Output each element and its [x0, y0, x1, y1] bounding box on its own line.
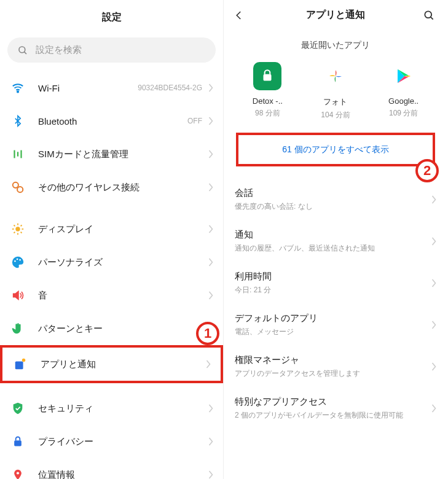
- svg-line-13: [14, 225, 15, 226]
- svg-point-8: [15, 227, 20, 231]
- chevron-right-icon: [431, 279, 436, 287]
- row-personalize[interactable]: パーソナライズ: [0, 246, 223, 279]
- svg-point-19: [19, 259, 21, 261]
- show-all-apps-link[interactable]: 61 個のアプリをすべて表示: [238, 135, 433, 164]
- row-title: デフォルトのアプリ: [235, 313, 436, 324]
- row-title: 通知: [235, 229, 436, 241]
- recent-app-item[interactable]: フォト 104 分前: [305, 62, 366, 120]
- palette-icon: [10, 254, 26, 270]
- annotation-badge-1: 1: [196, 322, 219, 345]
- row-label: パターンとキー: [38, 323, 208, 335]
- location-icon: [10, 467, 26, 479]
- row-bluetooth[interactable]: Bluetooth OFF: [0, 104, 223, 138]
- recent-app-item[interactable]: Detox -.. 98 分前: [237, 62, 298, 120]
- row-location[interactable]: 位置情報: [0, 458, 223, 479]
- app-time: 104 分前: [305, 110, 366, 120]
- row-label: プライバシー: [38, 436, 208, 448]
- svg-point-17: [14, 260, 16, 262]
- chevron-right-icon: [208, 150, 213, 158]
- svg-line-14: [21, 232, 22, 233]
- svg-point-7: [17, 187, 23, 192]
- row-display[interactable]: ディスプレイ: [0, 212, 223, 246]
- row-value: OFF: [187, 117, 202, 125]
- row-wifi[interactable]: Wi-Fi 90324BDE4554-2G: [0, 71, 223, 104]
- row-screen-time[interactable]: 利用時間 今日: 21 分: [224, 262, 447, 304]
- app-icon-photos: [321, 62, 350, 90]
- recent-app-item[interactable]: Google.. 109 分前: [373, 62, 434, 120]
- chevron-right-icon: [208, 404, 213, 413]
- app-icon-detox: [253, 62, 281, 90]
- row-sound[interactable]: 音: [0, 279, 223, 312]
- app-time: 98 分前: [237, 108, 298, 119]
- svg-point-2: [17, 91, 18, 92]
- app-time: 109 分前: [373, 108, 434, 119]
- chevron-right-icon: [431, 404, 436, 413]
- chevron-right-icon: [208, 470, 213, 479]
- svg-rect-26: [264, 74, 272, 81]
- highlight-annotation-2: 61 個のアプリをすべて表示 2: [236, 133, 435, 166]
- search-input[interactable]: 設定を検索: [7, 37, 216, 63]
- apps-notifications-screen: アプリと通知 最近開いたアプリ Detox -.. 98 分前 フォト 104 …: [224, 0, 447, 479]
- svg-line-1: [24, 52, 26, 54]
- row-subtitle: 今日: 21 分: [235, 285, 436, 295]
- chevron-right-icon: [431, 195, 436, 204]
- row-subtitle: 電話、メッセージ: [235, 327, 436, 337]
- bluetooth-icon: [10, 113, 26, 129]
- row-label: 位置情報: [38, 469, 208, 480]
- row-other-wireless[interactable]: その他のワイヤレス接続: [0, 171, 223, 204]
- back-button[interactable]: [234, 10, 248, 21]
- row-security[interactable]: セキュリティ: [0, 392, 223, 425]
- hand-icon: [10, 321, 26, 337]
- row-subtitle: アプリのデータアクセスを管理します: [235, 368, 436, 379]
- row-permission-manager[interactable]: 権限マネージャ アプリのデータアクセスを管理します: [224, 346, 447, 387]
- app-name: Detox -..: [237, 96, 298, 106]
- header: アプリと通知: [224, 0, 447, 28]
- svg-point-21: [22, 359, 26, 362]
- sim-icon: [10, 146, 26, 162]
- chevron-right-icon: [208, 258, 213, 267]
- recent-apps-grid: Detox -.. 98 分前 フォト 104 分前 Google.. 109 …: [224, 62, 447, 133]
- svg-point-24: [425, 11, 431, 18]
- row-apps-notifications[interactable]: アプリと通知: [2, 348, 221, 381]
- chevron-right-icon: [208, 437, 213, 446]
- row-notifications[interactable]: 通知 通知の履歴、バブル、最近送信された通知: [224, 220, 447, 262]
- svg-point-23: [17, 472, 19, 474]
- highlight-annotation-1: 1 アプリと通知: [0, 345, 223, 383]
- row-title: 会話: [235, 187, 436, 199]
- row-sim[interactable]: SIMカードと流量管理: [0, 138, 223, 171]
- row-subtitle: 優先度の高い会話: なし: [235, 201, 436, 212]
- row-privacy[interactable]: プライバシー: [0, 425, 223, 458]
- svg-point-0: [19, 47, 25, 53]
- svg-rect-22: [14, 440, 22, 446]
- chevron-right-icon: [431, 362, 436, 371]
- row-title: 特別なアプリアクセス: [235, 396, 436, 408]
- app-name: Google..: [373, 96, 434, 106]
- annotation-badge-2: 2: [415, 159, 439, 182]
- app-icon-play: [390, 62, 418, 90]
- svg-line-16: [21, 225, 22, 226]
- row-label: その他のワイヤレス接続: [38, 182, 208, 193]
- row-special-app-access[interactable]: 特別なアプリアクセス 2 個のアプリがモバイルデータを無制限に使用可能: [224, 387, 447, 429]
- row-label: Bluetooth: [38, 116, 187, 127]
- sound-icon: [10, 287, 26, 303]
- row-label: ディスプレイ: [38, 224, 208, 235]
- header: 設定: [0, 0, 223, 33]
- row-subtitle: 2 個のアプリがモバイルデータを無制限に使用可能: [235, 410, 436, 421]
- row-title: 権限マネージャ: [235, 354, 436, 366]
- row-label: アプリと通知: [41, 359, 206, 370]
- settings-screen: 設定 設定を検索 Wi-Fi 90324BDE4554-2G Bluetooth…: [0, 0, 224, 479]
- wifi-icon: [10, 80, 26, 96]
- row-default-apps[interactable]: デフォルトのアプリ 電話、メッセージ: [224, 304, 447, 346]
- chevron-right-icon: [208, 117, 213, 125]
- page-title: 設定: [0, 11, 223, 24]
- row-pattern-key[interactable]: パターンとキー: [0, 312, 223, 345]
- row-label: 音: [38, 290, 208, 302]
- row-conversations[interactable]: 会話 優先度の高い会話: なし: [224, 179, 447, 220]
- chevron-right-icon: [431, 237, 436, 246]
- svg-line-15: [14, 232, 15, 233]
- search-button[interactable]: [423, 9, 438, 21]
- svg-point-6: [13, 182, 18, 188]
- apps-icon: [12, 356, 28, 372]
- chevron-right-icon: [206, 360, 211, 368]
- app-name: フォト: [305, 96, 366, 107]
